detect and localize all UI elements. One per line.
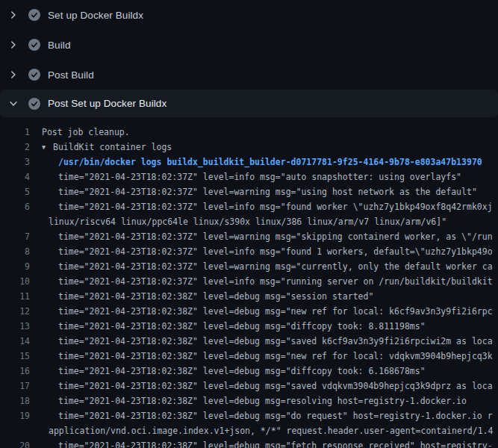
log-line: 6time="2021-04-23T18:02:37Z" level=info …	[0, 199, 498, 214]
log-line: 14time="2021-04-23T18:02:38Z" level=debu…	[0, 334, 498, 349]
log-line-number: 8	[0, 244, 30, 259]
chevron-right-icon[interactable]	[7, 69, 19, 81]
log-line: 8time="2021-04-23T18:02:37Z" level=info …	[0, 244, 498, 259]
log-line-number: 11	[0, 289, 30, 304]
log-line-number: 10	[0, 274, 30, 289]
log-line: 20time="2021-04-23T18:02:38Z" level=debu…	[0, 438, 498, 448]
step-row-post-build[interactable]: Post Build	[0, 60, 498, 90]
log-line-text: time="2021-04-23T18:02:37Z" level=info m…	[58, 202, 493, 212]
log-line-text: time="2021-04-23T18:02:38Z" level=debug …	[58, 336, 493, 346]
log-line-number: 17	[0, 379, 30, 393]
log-line-text: time="2021-04-23T18:02:38Z" level=debug …	[58, 381, 493, 391]
log-line-text: time="2021-04-23T18:02:38Z" level=debug …	[58, 441, 493, 448]
log-line-text: time="2021-04-23T18:02:37Z" level=info m…	[58, 246, 493, 257]
log-line: 1Post job cleanup.	[0, 125, 498, 140]
log-line-text: /usr/bin/docker logs buildx_buildkit_bui…	[58, 157, 482, 167]
log-line-text: time="2021-04-23T18:02:38Z" level=debug …	[58, 291, 373, 302]
log-line-number: 12	[0, 304, 30, 319]
log-line-number: 7	[0, 229, 30, 244]
chevron-right-icon[interactable]	[7, 9, 19, 21]
check-circle-icon	[28, 9, 40, 21]
step-title: Build	[48, 40, 71, 51]
log-line-number: 19	[0, 408, 30, 423]
log-line-number: 6	[0, 199, 30, 214]
check-circle-icon	[28, 39, 40, 51]
log-line-text: time="2021-04-23T18:02:37Z" level=info m…	[58, 172, 461, 182]
step-title: Set up Docker Buildx	[48, 10, 143, 21]
chevron-down-icon[interactable]	[7, 98, 19, 110]
step-title: Post Build	[48, 69, 94, 81]
log-line: 15time="2021-04-23T18:02:38Z" level=debu…	[0, 349, 498, 364]
log-line: 5time="2021-04-23T18:02:37Z" level=warni…	[0, 184, 498, 199]
log-line-number: 9	[0, 259, 30, 274]
steps-list: Set up Docker Buildx Build P	[0, 0, 498, 117]
log-line-number: 1	[0, 125, 30, 140]
log-line-text: application/vnd.oci.image.index.v1+json,…	[49, 426, 493, 436]
log-line: 9time="2021-04-23T18:02:37Z" level=warni…	[0, 259, 498, 274]
log-line-text: time="2021-04-23T18:02:38Z" level=debug …	[58, 321, 426, 332]
log-line: 16time="2021-04-23T18:02:38Z" level=debu…	[0, 364, 498, 379]
log-line: 10time="2021-04-23T18:02:37Z" level=info…	[0, 274, 498, 289]
chevron-right-icon[interactable]	[7, 39, 19, 51]
log-line: 7time="2021-04-23T18:02:37Z" level=warni…	[0, 229, 498, 244]
check-circle-icon	[28, 98, 40, 110]
log-line-number: 3	[0, 155, 30, 169]
step-title: Post Set up Docker Buildx	[48, 98, 166, 109]
step-row-set-up-docker-buildx[interactable]: Set up Docker Buildx	[0, 0, 498, 30]
log-line-number: 13	[0, 319, 30, 334]
log-line-number: 16	[0, 364, 30, 379]
log-line-number: 4	[0, 169, 30, 184]
log-line-text: time="2021-04-23T18:02:37Z" level=warnin…	[58, 231, 493, 242]
log-line: 17time="2021-04-23T18:02:38Z" level=debu…	[0, 379, 498, 393]
log-line-text: time="2021-04-23T18:02:38Z" level=debug …	[58, 411, 493, 421]
log-line-number: 15	[0, 349, 30, 364]
actions-log-viewer: Set up Docker Buildx Build P	[0, 0, 498, 448]
check-circle-icon	[28, 69, 40, 81]
log-line-text: time="2021-04-23T18:02:38Z" level=debug …	[58, 396, 467, 406]
log-line-number: 18	[0, 393, 30, 408]
log-line-number: 2	[0, 140, 30, 155]
step-row-build[interactable]: Build	[0, 30, 498, 60]
log-group-toggle-icon[interactable]: ▼	[42, 140, 53, 155]
log-line: 19time="2021-04-23T18:02:38Z" level=debu…	[0, 408, 498, 423]
step-row-post-set-up-docker-buildx[interactable]: Post Set up Docker Buildx	[0, 90, 498, 117]
log-line: application/vnd.oci.image.index.v1+json,…	[0, 423, 498, 438]
log-line: linux/riscv64 linux/ppc64le linux/s390x …	[0, 214, 498, 229]
log-line-text: time="2021-04-23T18:02:38Z" level=debug …	[58, 306, 493, 317]
log-line: 4time="2021-04-23T18:02:37Z" level=info …	[0, 169, 498, 184]
log-line: 3/usr/bin/docker logs buildx_buildkit_bu…	[0, 155, 498, 169]
log-line: 11time="2021-04-23T18:02:38Z" level=debu…	[0, 289, 498, 304]
log-line-text: Post job cleanup.	[42, 127, 130, 137]
log-line: 13time="2021-04-23T18:02:38Z" level=debu…	[0, 319, 498, 334]
log-line-text: linux/riscv64 linux/ppc64le linux/s390x …	[49, 217, 446, 227]
log-line-text: BuildKit container logs	[53, 142, 172, 152]
log-line-number: 20	[0, 438, 30, 448]
log-line-number: 5	[0, 184, 30, 199]
log-line-text: time="2021-04-23T18:02:37Z" level=info m…	[58, 276, 493, 287]
log-line-text: time="2021-04-23T18:02:37Z" level=warnin…	[58, 261, 493, 272]
log-line-number: 14	[0, 334, 30, 349]
log-line-text: time="2021-04-23T18:02:38Z" level=debug …	[58, 351, 493, 361]
log-line-text: time="2021-04-23T18:02:38Z" level=debug …	[58, 366, 426, 376]
log-line: 18time="2021-04-23T18:02:38Z" level=debu…	[0, 393, 498, 408]
log-line: 12time="2021-04-23T18:02:38Z" level=debu…	[0, 304, 498, 319]
log-line: 2▼BuildKit container logs	[0, 140, 498, 155]
log-line-text: time="2021-04-23T18:02:37Z" level=warnin…	[58, 187, 477, 197]
log-area: 1Post job cleanup. 2▼BuildKit container …	[0, 117, 498, 448]
